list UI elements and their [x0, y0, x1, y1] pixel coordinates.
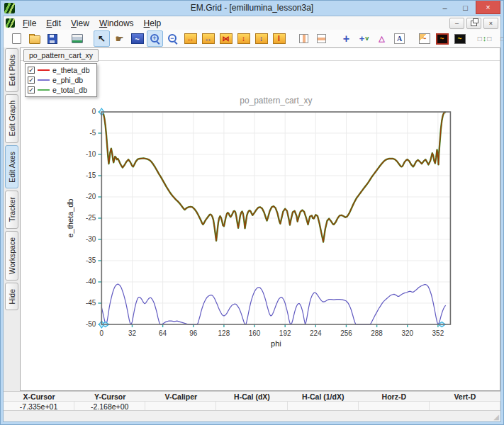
- sidebar-tab-workspace[interactable]: Workspace: [5, 231, 18, 280]
- svg-text:352: 352: [432, 329, 444, 337]
- legend-item-e_total_db: ✓e_total_db: [28, 85, 90, 94]
- mirror-y-icon[interactable]: I: [271, 30, 287, 47]
- svg-text:0: 0: [100, 329, 104, 337]
- svg-text:-45: -45: [86, 299, 96, 307]
- distribute-vertical-icon[interactable]: □↕□: [476, 30, 493, 47]
- zoom-in-icon[interactable]: +: [147, 30, 163, 47]
- compress-x-icon[interactable]: ↔: [200, 30, 216, 47]
- compress-y-icon: ↕: [255, 33, 268, 44]
- distribute-vertical-icon: □↕□: [478, 35, 492, 42]
- pan-hand-icon[interactable]: ☛: [111, 30, 128, 47]
- legend-swatch: [38, 89, 50, 91]
- svg-text:160: 160: [249, 329, 261, 337]
- sidebar-tab-edit-plots[interactable]: Edit Plots: [5, 48, 18, 92]
- compress-y-icon[interactable]: ↕: [253, 30, 269, 47]
- sidebar-tab-edit-graph[interactable]: Edit Graph: [5, 94, 18, 142]
- plot-style-contour-icon: ~: [454, 34, 466, 44]
- mdi-restore-button[interactable]: [466, 18, 481, 29]
- menu-item-windows[interactable]: Windows: [94, 18, 139, 29]
- legend-label: e_theta_db: [52, 66, 90, 74]
- status-header-h-cal-dx-: H-Cal (dX): [216, 392, 287, 401]
- title-bar[interactable]: EM.Grid - [emillumina_lesson3a] –□×: [1, 1, 503, 16]
- distribute-horizontal-icon-part: □: [500, 35, 504, 42]
- minimize-button[interactable]: –: [435, 1, 455, 14]
- plot-mode-icon: ~: [131, 33, 144, 44]
- mdi-close-button[interactable]: ×: [483, 18, 498, 29]
- menu-item-help[interactable]: Help: [139, 18, 167, 29]
- checkbox-icon[interactable]: ✓: [28, 86, 35, 94]
- delta-marker-icon[interactable]: △: [374, 30, 390, 47]
- plot-client-area: po_pattern_cart_xy ✓e_theta_db✓e_phi_db✓…: [20, 47, 500, 391]
- sidebar-tab-strip: Edit PlotsEdit GraphEdit AxesTrackerWork…: [4, 47, 20, 391]
- status-header-y-cursor: Y-Cursor: [74, 392, 145, 401]
- snapshot-plot-icon[interactable]: ~: [416, 30, 432, 47]
- status-header-row: X-CursorY-CursorV-CaliperH-Cal (dX)H-Cal…: [4, 392, 500, 401]
- expand-y-icon[interactable]: ↕: [235, 30, 252, 47]
- svg-text:256: 256: [340, 329, 352, 337]
- open-file-icon[interactable]: [26, 30, 43, 47]
- plot-mode-icon[interactable]: ~: [129, 30, 145, 47]
- svg-text:288: 288: [371, 329, 383, 337]
- checkbox-icon[interactable]: ✓: [28, 76, 35, 84]
- plot-style-dark-icon[interactable]: ~: [434, 30, 450, 47]
- delta-marker-icon: △: [379, 35, 384, 42]
- checkbox-icon[interactable]: ✓: [28, 67, 35, 74]
- sidebar-tab-tracker[interactable]: Tracker: [5, 191, 18, 228]
- print-icon: [72, 34, 83, 43]
- sidebar-tab-edit-axes[interactable]: Edit Axes: [5, 145, 18, 189]
- zoom-out-icon: −: [167, 33, 179, 45]
- app-frame: FileEditViewWindowsHelp –× ↖☛~+−↔↔⋈↕↕I++…: [3, 16, 501, 422]
- save-icon[interactable]: [44, 30, 60, 47]
- legend-swatch: [38, 69, 50, 71]
- mdi-app-icon[interactable]: [6, 18, 15, 28]
- legend-item-e_theta_db: ✓e_theta_db: [28, 65, 90, 74]
- sidebar-tab-hide[interactable]: Hide: [5, 283, 18, 311]
- sidebar-tab-label: Workspace: [8, 237, 16, 274]
- distribute-horizontal-icon[interactable]: □↔□: [501, 30, 504, 47]
- sidebar-tab-label: Tracker: [8, 197, 16, 222]
- new-file-icon[interactable]: [9, 30, 25, 47]
- axes-tracker-icon-part: v: [365, 35, 369, 42]
- mirror-x-icon[interactable]: ⋈: [218, 30, 234, 47]
- close-button[interactable]: ×: [476, 1, 500, 14]
- status-bar: ◢: [4, 410, 500, 421]
- legend-swatch: [38, 79, 50, 81]
- select-arrow-icon[interactable]: ↖: [94, 30, 110, 47]
- axes-tracker-icon: +v: [359, 34, 369, 43]
- menu-item-file[interactable]: File: [18, 18, 41, 29]
- expand-x-icon[interactable]: ↔: [182, 30, 198, 47]
- legend-label: e_total_db: [52, 86, 87, 94]
- menu-item-edit[interactable]: Edit: [41, 18, 66, 29]
- sidebar-tab-label: Edit Plots: [8, 55, 16, 86]
- status-header-vert-d: Vert-D: [430, 392, 500, 401]
- add-cursor-icon[interactable]: +: [338, 30, 354, 47]
- status-header-h-cal-1-dx-: H-Cal (1/dX): [288, 392, 359, 401]
- plot-style-contour-icon[interactable]: ~: [452, 30, 468, 47]
- print-icon[interactable]: [69, 30, 85, 47]
- svg-text:128: 128: [218, 329, 230, 337]
- svg-text:po_pattern_cart_xy: po_pattern_cart_xy: [240, 96, 312, 106]
- expand-x-icon: ↔: [184, 33, 197, 44]
- status-header-v-caliper: V-Caliper: [145, 392, 216, 401]
- sidebar-tab-label: Hide: [8, 289, 16, 305]
- menu-item-view[interactable]: View: [66, 18, 94, 29]
- split-vertical-icon[interactable]: [296, 30, 312, 47]
- svg-text:224: 224: [310, 329, 322, 337]
- svg-text:-5: -5: [90, 129, 96, 137]
- status-value-row: -7.335e+01-2.168e+00: [4, 401, 500, 411]
- series-e_total_db: [101, 112, 445, 242]
- axes-tracker-icon-part: +: [359, 34, 365, 43]
- document-tab[interactable]: po_pattern_cart_xy: [23, 49, 99, 62]
- chart-canvas[interactable]: 03264961281601922242562883203520-5-10-15…: [21, 48, 500, 390]
- split-horizontal-icon[interactable]: [313, 30, 330, 47]
- axes-tracker-icon[interactable]: +v: [356, 30, 372, 47]
- resize-grip-icon[interactable]: ◢: [493, 413, 499, 421]
- mdi-minimize-button[interactable]: –: [449, 18, 464, 29]
- legend-item-e_phi_db: ✓e_phi_db: [28, 75, 90, 84]
- save-icon: [47, 34, 57, 44]
- text-annotation-icon[interactable]: A: [391, 30, 408, 47]
- maximize-button[interactable]: □: [455, 1, 476, 14]
- zoom-out-icon[interactable]: −: [164, 30, 181, 47]
- toolbar: ↖☛~+−↔↔⋈↕↕I++v△A~~~□↕□□↔□Layout▾: [4, 30, 500, 48]
- expand-y-icon: ↕: [237, 33, 250, 44]
